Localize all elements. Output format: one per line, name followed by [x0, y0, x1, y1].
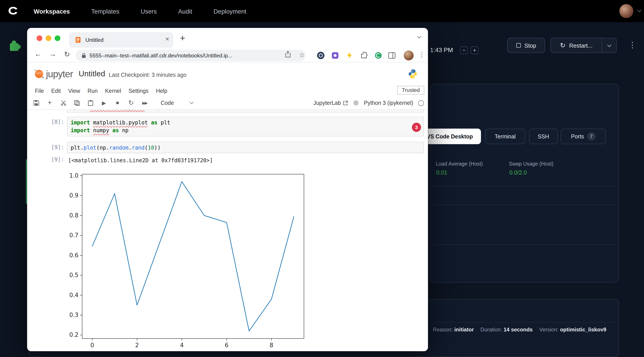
notebook-favicon — [75, 36, 82, 43]
svg-text:4: 4 — [180, 342, 184, 348]
nav-item-workspaces[interactable]: Workspaces — [34, 8, 70, 14]
url-text[interactable]: 5555--main--test--matifali.atif.cdr.dev/… — [90, 52, 232, 58]
restart-kernel-icon[interactable]: ↻ — [127, 98, 135, 107]
puzzle-app-icon[interactable] — [8, 38, 21, 54]
partial-cell-code: import matplotlib.pyplot as plt — [68, 110, 424, 110]
nav-item-templates[interactable]: Templates — [91, 8, 119, 14]
save-icon[interactable] — [32, 98, 40, 107]
decrease-button[interactable]: − — [460, 46, 468, 54]
jupyter-menubar: File Edit View Run Kernel Settings Help … — [27, 86, 428, 96]
side-panel-icon[interactable] — [388, 52, 396, 60]
menu-settings[interactable]: Settings — [128, 88, 148, 94]
code-cell-9[interactable]: plt.plot(np.random.rand(10)) — [67, 142, 424, 153]
toolbar-right-group: JupyterLab Python 3 (ipykernel) — [314, 96, 424, 110]
lock-icon — [81, 52, 86, 58]
nav-item-users[interactable]: Users — [141, 8, 157, 14]
jupyterlab-link[interactable]: JupyterLab — [314, 100, 348, 106]
restart-run-all-icon[interactable]: ▶▶ — [140, 98, 149, 107]
onepassword-extension-icon[interactable] — [317, 52, 325, 60]
share-icon[interactable] — [285, 51, 291, 59]
trusted-badge[interactable]: Trusted — [398, 86, 424, 94]
user-menu-chevron-icon[interactable] — [637, 8, 641, 12]
panel-divider — [431, 244, 618, 245]
cell-type-select[interactable]: Code — [161, 100, 193, 106]
window-zoom-button[interactable] — [54, 36, 60, 41]
jupyter-wordmark: jupyter — [46, 68, 73, 80]
browser-profile-avatar[interactable] — [404, 50, 414, 60]
puzzle-icon — [8, 38, 21, 52]
svg-text:0.2: 0.2 — [69, 332, 78, 338]
swap-usage-value: 0.0/2.0 — [509, 169, 527, 176]
forward-icon[interactable]: → — [49, 50, 56, 58]
svg-text:0: 0 — [90, 342, 94, 348]
screen: Workspaces Templates Users Audit Deploym… — [0, 0, 644, 357]
svg-text:6: 6 — [225, 342, 228, 348]
purple-extension-icon[interactable] — [331, 52, 339, 60]
ports-label: Ports — [571, 133, 584, 140]
notebook-title[interactable]: Untitled — [79, 70, 105, 78]
omnibox[interactable]: 5555--main--test--matifali.atif.cdr.dev/… — [76, 50, 306, 61]
back-icon[interactable]: ← — [34, 50, 42, 58]
paste-cell-icon[interactable] — [86, 98, 94, 107]
svg-text:8: 8 — [270, 342, 273, 348]
ports-count-badge: 7 — [587, 132, 596, 140]
coder-logo-icon — [7, 5, 19, 17]
restart-options-button[interactable] — [602, 38, 617, 53]
jupyterlab-label: JupyterLab — [314, 100, 341, 106]
interrupt-kernel-icon[interactable]: ■ — [113, 98, 122, 107]
browser-address-bar: ← → ↻ 5555--main--test--matifali.atif.cd… — [27, 48, 428, 62]
browser-menu-icon[interactable]: ⋮ — [418, 50, 425, 58]
tab-close-icon[interactable]: × — [165, 36, 169, 43]
restart-workspace-button[interactable]: ↻ Restart... — [550, 38, 602, 53]
stop-workspace-button[interactable]: Stop — [507, 38, 545, 53]
copy-cell-icon[interactable] — [73, 98, 81, 107]
input-prompt: [9]: — [44, 144, 64, 150]
svg-text:0.8: 0.8 — [69, 212, 78, 219]
build-duration-label: Duration: — [480, 326, 502, 333]
reload-icon[interactable]: ↻ — [64, 50, 70, 59]
tab-search-chevron-icon[interactable] — [417, 34, 421, 38]
settings-gear-icon[interactable] — [353, 100, 359, 106]
bookmark-star-icon[interactable]: ☆ — [299, 51, 305, 59]
workspace-menu-button[interactable]: ⋮ — [628, 40, 636, 50]
panel-divider — [431, 186, 618, 186]
menu-kernel[interactable]: Kernel — [105, 88, 121, 94]
code-line: import numpy as np — [70, 126, 420, 134]
partial-cell-above[interactable]: import matplotlib.pyplot as plt — [67, 110, 424, 112]
add-cell-icon[interactable]: + — [46, 98, 54, 107]
svg-text:0.5: 0.5 — [69, 272, 78, 278]
svg-text:0.6: 0.6 — [69, 252, 78, 258]
menu-file[interactable]: File — [35, 88, 44, 94]
kernel-name[interactable]: Python 3 (ipykernel) — [364, 100, 413, 106]
terminal-button[interactable]: Terminal — [485, 129, 526, 144]
menu-run[interactable]: Run — [88, 88, 98, 94]
window-close-button[interactable] — [36, 36, 42, 41]
jupyter-header: jupyter Untitled Last Checkpoint: 3 minu… — [27, 62, 428, 86]
extensions-puzzle-icon[interactable] — [360, 52, 368, 60]
svg-text:0.4: 0.4 — [69, 292, 78, 298]
run-cell-icon[interactable]: ▶ — [100, 98, 108, 107]
menu-help[interactable]: Help — [156, 88, 167, 94]
green-extension-icon[interactable] — [374, 52, 382, 60]
cell-type-chevron-icon — [190, 100, 194, 104]
browser-tab[interactable]: Untitled × — [69, 32, 173, 48]
coder-logo[interactable] — [3, 5, 23, 17]
increase-button[interactable]: + — [471, 46, 478, 54]
new-tab-button[interactable]: + — [180, 33, 185, 44]
jupyter-toolbar: + ▶ ■ ↻ ▶▶ Code JupyterLab — [27, 96, 428, 110]
ports-button[interactable]: Ports 7 — [560, 129, 606, 144]
user-avatar[interactable] — [619, 4, 633, 18]
menu-view[interactable]: View — [68, 88, 80, 94]
code-cell-8[interactable]: import matplotlib.pyplot as plt import n… — [67, 117, 424, 136]
window-minimize-button[interactable] — [46, 36, 52, 41]
menu-edit[interactable]: Edit — [51, 88, 61, 94]
code-line: plt.plot(np.random.rand(10)) — [70, 144, 420, 152]
notification-badge[interactable]: 3 — [412, 123, 421, 132]
ssh-button[interactable]: SSH — [529, 129, 558, 144]
nav-item-deployment[interactable]: Deployment — [214, 8, 246, 14]
nav-item-audit[interactable]: Audit — [178, 8, 192, 14]
bolt-extension-icon[interactable] — [345, 52, 354, 60]
tab-title: Untitled — [86, 37, 104, 43]
build-version-label: Version: — [539, 326, 558, 333]
cut-cell-icon[interactable] — [59, 98, 68, 107]
